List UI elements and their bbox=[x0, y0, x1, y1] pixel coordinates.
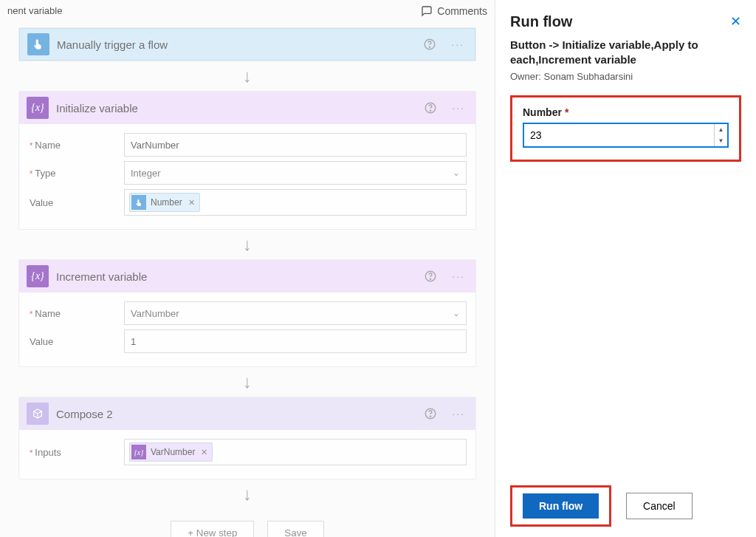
run-flow-button[interactable]: Run flow bbox=[523, 493, 599, 519]
more-menu[interactable]: ··· bbox=[449, 270, 468, 282]
more-menu[interactable]: ··· bbox=[449, 102, 468, 114]
init-value-input[interactable]: Number ✕ bbox=[124, 189, 467, 216]
number-input[interactable] bbox=[524, 126, 714, 144]
inc-value-input[interactable]: 1 bbox=[124, 329, 467, 353]
save-button[interactable]: Save bbox=[267, 521, 323, 537]
connector-arrow: ↓ bbox=[243, 61, 252, 91]
init-name-input[interactable]: VarNumber bbox=[124, 133, 467, 157]
cancel-button[interactable]: Cancel bbox=[626, 493, 693, 519]
svg-point-3 bbox=[430, 110, 431, 111]
panel-title: Run flow bbox=[510, 13, 572, 30]
help-icon[interactable] bbox=[424, 407, 437, 420]
close-icon[interactable]: ✕ bbox=[730, 13, 741, 30]
variable-icon: {x} bbox=[27, 265, 49, 287]
svg-point-5 bbox=[430, 278, 431, 279]
compose-title: Compose 2 bbox=[56, 408, 416, 420]
remove-token-icon[interactable]: ✕ bbox=[188, 198, 195, 208]
inc-value-label: Value bbox=[28, 336, 117, 347]
run-button-highlight: Run flow bbox=[510, 485, 611, 527]
help-icon[interactable] bbox=[424, 101, 437, 114]
spinner-down[interactable]: ▼ bbox=[715, 135, 727, 146]
comments-button[interactable]: Comments bbox=[421, 5, 487, 17]
new-step-button[interactable]: + New step bbox=[171, 521, 254, 537]
increment-variable-card: {x} Increment variable ··· Name VarNumbe… bbox=[18, 259, 476, 367]
initialize-variable-card: {x} Initialize variable ··· Name VarNumb… bbox=[18, 91, 476, 230]
more-menu[interactable]: ··· bbox=[449, 408, 468, 420]
spinner-up[interactable]: ▲ bbox=[715, 124, 727, 135]
initialize-variable-header[interactable]: {x} Initialize variable ··· bbox=[19, 92, 475, 124]
variable-icon: {x} bbox=[131, 445, 146, 459]
increment-title: Increment variable bbox=[56, 270, 416, 283]
input-highlight: Number * ▲ ▼ bbox=[510, 95, 741, 162]
trigger-card[interactable]: Manually trigger a flow ··· bbox=[18, 27, 476, 61]
chevron-down-icon: ⌄ bbox=[453, 308, 460, 318]
inc-name-select[interactable]: VarNumber ⌄ bbox=[124, 301, 467, 325]
compose-inputs-input[interactable]: {x} VarNumber ✕ bbox=[124, 439, 467, 465]
help-icon[interactable] bbox=[424, 270, 437, 283]
compose-card: Compose 2 ··· Inputs {x} VarNumbe bbox=[18, 397, 476, 479]
inc-name-label: Name bbox=[28, 308, 117, 319]
connector-arrow: ↓ bbox=[243, 367, 252, 397]
flow-owner: Owner: Sonam Subhadarsini bbox=[510, 71, 741, 82]
dynamic-token-number[interactable]: Number ✕ bbox=[129, 193, 200, 212]
touch-icon bbox=[131, 195, 146, 210]
connector-arrow: ↓ bbox=[243, 230, 252, 259]
run-flow-panel: Run flow ✕ Button -> Initialize variable… bbox=[495, 0, 756, 537]
increment-variable-header[interactable]: {x} Increment variable ··· bbox=[19, 260, 475, 293]
svg-point-1 bbox=[430, 47, 430, 47]
compose-icon bbox=[27, 403, 49, 425]
trigger-title: Manually trigger a flow bbox=[57, 38, 416, 51]
svg-point-7 bbox=[430, 416, 431, 417]
variable-icon: {x} bbox=[27, 97, 49, 119]
dynamic-token-varnumber[interactable]: {x} VarNumber ✕ bbox=[129, 442, 213, 462]
flow-canvas: nent variable Comments Manually trigger … bbox=[0, 0, 495, 537]
compose-header[interactable]: Compose 2 ··· bbox=[19, 397, 475, 430]
touch-icon bbox=[27, 33, 49, 55]
page-title-fragment: nent variable bbox=[7, 5, 62, 16]
number-label: Number bbox=[523, 106, 562, 118]
number-input-wrapper[interactable]: ▲ ▼ bbox=[523, 123, 729, 148]
init-name-label: Name bbox=[28, 140, 117, 151]
chevron-down-icon: ⌄ bbox=[453, 168, 460, 178]
init-type-label: Type bbox=[28, 168, 117, 179]
required-star: * bbox=[565, 106, 568, 118]
init-type-select[interactable]: Integer ⌄ bbox=[124, 161, 467, 185]
remove-token-icon[interactable]: ✕ bbox=[201, 448, 207, 457]
connector-arrow: ↓ bbox=[243, 479, 252, 509]
init-title: Initialize variable bbox=[56, 102, 416, 114]
comments-label: Comments bbox=[437, 5, 487, 17]
init-value-label: Value bbox=[28, 197, 117, 208]
comment-icon bbox=[421, 5, 433, 17]
more-menu[interactable]: ··· bbox=[448, 38, 467, 50]
flow-description: Button -> Initialize variable,Apply to e… bbox=[510, 38, 741, 68]
compose-inputs-label: Inputs bbox=[28, 447, 117, 458]
help-icon[interactable] bbox=[423, 38, 436, 51]
